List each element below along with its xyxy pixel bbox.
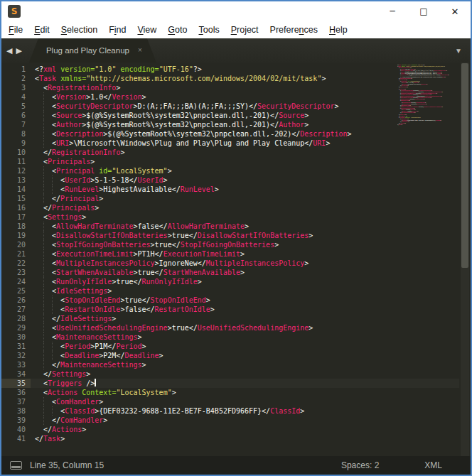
code-line[interactable]: 18 <AllowHardTerminate>false</AllowHardT… (1, 222, 459, 231)
code-line[interactable]: 41</Task> (397, 124, 451, 126)
title-bar: S ─ □ ✕ (1, 1, 471, 21)
code-line[interactable]: 12 <Principal id="LocalSystem"> (1, 166, 459, 175)
code-line[interactable]: 8 <Description>$(@%SystemRoot%\system32\… (1, 129, 459, 139)
indentation-status[interactable]: Spaces: 2 (341, 460, 379, 470)
maximize-button[interactable]: □ (408, 1, 439, 21)
line-number: 39 (1, 416, 31, 425)
menu-item-edit[interactable]: Edit (28, 21, 55, 38)
code-line[interactable]: 25 <IdleSettings> (1, 286, 459, 296)
nav-forward-icon[interactable]: ▶ (16, 47, 21, 55)
code-line[interactable]: 23 <StartWhenAvailable>true</StartWhenAv… (1, 268, 459, 277)
panel-toggle-icon[interactable] (10, 461, 22, 470)
line-number: 22 (1, 259, 31, 268)
line-number: 8 (1, 129, 31, 139)
menu-item-project[interactable]: Project (225, 21, 264, 38)
line-number: 19 (1, 231, 31, 240)
code-line[interactable]: 34 </Settings> (1, 369, 459, 379)
menu-item-help[interactable]: Help (323, 21, 353, 38)
menu-item-tools[interactable]: Tools (193, 21, 225, 38)
line-number: 13 (1, 175, 31, 185)
menu-item-goto[interactable]: Goto (162, 21, 193, 38)
code-line[interactable]: 16 </Principals> (1, 203, 459, 212)
line-number: 10 (1, 148, 31, 157)
code-line[interactable]: 6 <Source>$(@%SystemRoot%\system32\pnpcl… (1, 111, 459, 120)
minimize-button[interactable]: ─ (377, 1, 408, 21)
code-line[interactable]: 21 <ExecutionTimeLimit>PT1H</ExecutionTi… (1, 249, 459, 259)
scrollbar-thumb[interactable] (461, 63, 468, 268)
line-number: 24 (1, 277, 31, 286)
code-line[interactable]: 41</Task> (1, 434, 459, 443)
minimap[interactable]: 1<?xml version="1.0" encoding="UTF-16"?>… (397, 64, 451, 131)
line-number: 3 (1, 83, 31, 92)
tab-plug-and-play-cleanup[interactable]: Plug and Play Cleanup × (29, 38, 156, 63)
code-line[interactable]: 33 </MaintenanceSettings> (1, 360, 459, 369)
menu-item-view[interactable]: View (132, 21, 162, 38)
line-number: 32 (1, 351, 31, 360)
code-line[interactable]: 5 <SecurityDescriptor>D:(A;;FA;;;BA)(A;;… (1, 102, 459, 111)
menu-item-file[interactable]: File (3, 21, 28, 38)
line-number: 2 (1, 74, 31, 83)
code-line[interactable]: 2<Task xmlns="http://schemas.microsoft.c… (1, 74, 459, 83)
vertical-scrollbar[interactable] (461, 63, 469, 456)
code-line[interactable]: 32 <Deadline>P2M</Deadline> (1, 351, 459, 360)
menu-item-find[interactable]: Find (103, 21, 132, 38)
code-line[interactable]: 10 </RegistrationInfo> (1, 148, 459, 157)
code-line[interactable]: 3 <RegistrationInfo> (1, 83, 459, 92)
code-lines[interactable]: 1<?xml version="1.0" encoding="UTF-16"?>… (1, 65, 459, 456)
code-line[interactable]: 36 <Actions Context="LocalSystem"> (1, 388, 459, 397)
code-line[interactable]: 11 <Principals> (1, 157, 459, 166)
code-line[interactable]: 30 <MaintenanceSettings> (1, 332, 459, 342)
code-line[interactable]: 22 <MultipleInstancesPolicy>IgnoreNew</M… (1, 259, 459, 268)
tab-bar: ◀ ▶ Plug and Play Cleanup × ▼ (1, 38, 471, 63)
syntax-status[interactable]: XML (424, 460, 442, 470)
code-line[interactable]: 29 <UseUnifiedSchedulingEngine>true</Use… (1, 323, 459, 332)
code-line[interactable]: 19 <DisallowStartIfOnBatteries>true</Dis… (1, 231, 459, 240)
line-number: 18 (1, 222, 31, 231)
editor-area[interactable]: 1<?xml version="1.0" encoding="UTF-16"?>… (1, 63, 471, 456)
code-line[interactable]: 4 <Version>1.0</Version> (1, 92, 459, 102)
code-line[interactable]: 40 </Actions> (1, 425, 459, 434)
line-number: 37 (1, 397, 31, 406)
code-line[interactable]: 14 <RunLevel>HighestAvailable</RunLevel> (1, 185, 459, 194)
line-number: 1 (1, 65, 31, 74)
code-line[interactable]: 1<?xml version="1.0" encoding="UTF-16"?> (1, 65, 459, 74)
line-number: 6 (1, 111, 31, 120)
line-number: 33 (1, 360, 31, 369)
tab-close-icon[interactable]: × (138, 47, 142, 54)
code-line[interactable]: 37 <ComHandler> (1, 397, 459, 406)
code-line[interactable]: 20 <StopIfGoingOnBatteries>true</StopIfG… (1, 240, 459, 249)
code-line[interactable]: 17 <Settings> (1, 212, 459, 222)
menu-item-selection[interactable]: Selection (55, 21, 103, 38)
menu-item-preferences[interactable]: Preferences (264, 21, 323, 38)
code-line[interactable]: 35 <Triggers /> (1, 379, 459, 388)
line-number: 4 (1, 92, 31, 102)
close-button[interactable]: ✕ (439, 1, 471, 21)
code-line[interactable]: 28 </IdleSettings> (1, 314, 459, 323)
line-number: 31 (1, 342, 31, 351)
line-number: 28 (1, 314, 31, 323)
line-number: 5 (1, 102, 31, 111)
nav-back-icon[interactable]: ◀ (6, 47, 12, 55)
code-line[interactable]: 7 <Author>$(@%SystemRoot%\system32\pnpcl… (1, 120, 459, 129)
code-line[interactable]: 15 </Principal> (1, 194, 459, 203)
code-line[interactable]: 27 <RestartOnIdle>false</RestartOnIdle> (1, 305, 459, 314)
menu-bar: FileEditSelectionFindViewGotoToolsProjec… (1, 21, 471, 38)
code-line[interactable]: 26 <StopOnIdleEnd>true</StopOnIdleEnd> (1, 296, 459, 305)
code-line[interactable]: 24 <RunOnlyIfIdle>true</RunOnlyIfIdle> (1, 277, 459, 286)
line-number: 29 (1, 323, 31, 332)
code-line[interactable]: 39 </ComHandler> (1, 416, 459, 425)
sublime-text-window: S ─ □ ✕ FileEditSelectionFindViewGotoToo… (0, 0, 472, 476)
tab-overflow-dropdown-icon[interactable]: ▼ (455, 38, 462, 63)
line-number: 30 (1, 332, 31, 342)
line-number: 38 (1, 406, 31, 416)
code-line[interactable]: 9 <URI>\Microsoft\Windows\Plug and Play\… (1, 139, 459, 148)
line-number: 11 (1, 157, 31, 166)
code-line[interactable]: 38 <ClassId>{DEF03232-9688-11E2-BE7F-B4B… (1, 406, 459, 416)
code-line[interactable]: 31 <Period>P1M</Period> (1, 342, 459, 351)
line-number: 41 (1, 434, 31, 443)
line-number: 9 (1, 139, 31, 148)
code-line[interactable]: 13 <UserId>S-1-5-18</UserId> (1, 175, 459, 185)
line-number: 12 (1, 166, 31, 175)
line-number: 35 (1, 379, 31, 388)
line-number: 15 (1, 194, 31, 203)
